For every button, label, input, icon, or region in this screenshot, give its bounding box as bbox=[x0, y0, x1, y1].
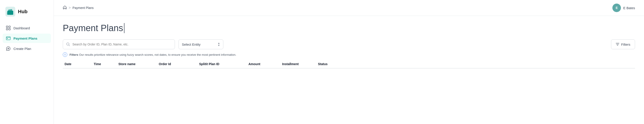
sidebar-item-payment-plans-label: Payment Plans bbox=[14, 36, 38, 40]
search-wrapper bbox=[63, 39, 175, 49]
sidebar-item-create-plan-label: Create Plan bbox=[14, 47, 31, 51]
user-name: E Bates bbox=[623, 6, 635, 10]
chevron-updown-icon: ▲ ▼ bbox=[218, 42, 220, 47]
sidebar: Hub Dashboard bbox=[0, 0, 54, 124]
svg-rect-7 bbox=[9, 28, 10, 30]
topbar: > Payment Plans E E Bates bbox=[54, 0, 644, 16]
main-content: > Payment Plans E E Bates Payment Plans … bbox=[54, 0, 644, 124]
info-text: Filters Our results prioritize relevance… bbox=[70, 53, 236, 56]
sidebar-item-dashboard[interactable]: Dashboard bbox=[3, 23, 51, 33]
page-content: Payment Plans Select Entity ▲ ▼ bbox=[54, 16, 644, 124]
home-icon[interactable] bbox=[63, 5, 67, 10]
filters-button[interactable]: Filters bbox=[611, 39, 635, 49]
sidebar-logo: Hub bbox=[0, 4, 54, 23]
page-title: Payment Plans bbox=[63, 23, 124, 33]
filter-icon bbox=[616, 42, 619, 46]
filters-button-label: Filters bbox=[621, 42, 630, 46]
hub-logo-icon bbox=[6, 7, 15, 16]
payment-plans-icon bbox=[6, 36, 11, 41]
info-bar: i Filters Our results prioritize relevan… bbox=[63, 52, 635, 57]
search-input[interactable] bbox=[72, 42, 172, 46]
user-section[interactable]: E E Bates bbox=[612, 3, 635, 12]
svg-rect-8 bbox=[6, 37, 10, 40]
svg-rect-3 bbox=[7, 11, 12, 15]
breadcrumb-current: Payment Plans bbox=[72, 6, 94, 10]
svg-line-15 bbox=[69, 45, 70, 46]
logo-text: Hub bbox=[18, 9, 28, 14]
th-time: Time bbox=[92, 62, 116, 66]
th-amount: Amount bbox=[247, 62, 280, 66]
search-icon bbox=[66, 42, 70, 46]
breadcrumb-separator: > bbox=[68, 6, 71, 10]
sidebar-item-create-plan[interactable]: Create Plan bbox=[3, 44, 51, 53]
sidebar-nav: Dashboard Payment Plans bbox=[0, 23, 54, 53]
sidebar-item-payment-plans[interactable]: Payment Plans bbox=[3, 34, 51, 43]
breadcrumb: > Payment Plans bbox=[63, 5, 94, 10]
svg-rect-5 bbox=[9, 26, 10, 27]
select-entity-label: Select Entity bbox=[182, 42, 200, 46]
sidebar-item-dashboard-label: Dashboard bbox=[14, 26, 30, 30]
th-status: Status bbox=[316, 62, 343, 66]
select-entity-dropdown[interactable]: Select Entity ▲ ▼ bbox=[178, 39, 223, 49]
filters-row: Select Entity ▲ ▼ Filters bbox=[63, 39, 635, 49]
th-installment: Installment bbox=[280, 62, 316, 66]
th-order-id: Order Id bbox=[157, 62, 197, 66]
create-plan-icon bbox=[6, 46, 11, 51]
svg-rect-10 bbox=[7, 38, 8, 39]
th-splitit-plan-id: Splitit Plan ID bbox=[197, 62, 247, 66]
dashboard-icon bbox=[6, 25, 11, 30]
svg-rect-4 bbox=[6, 26, 8, 27]
svg-rect-6 bbox=[6, 28, 8, 30]
th-store-name: Store name bbox=[116, 62, 157, 66]
user-avatar: E bbox=[612, 3, 621, 12]
th-date: Date bbox=[63, 62, 92, 66]
table-header: Date Time Store name Order Id Splitit Pl… bbox=[63, 62, 635, 69]
info-icon: i bbox=[63, 52, 67, 57]
